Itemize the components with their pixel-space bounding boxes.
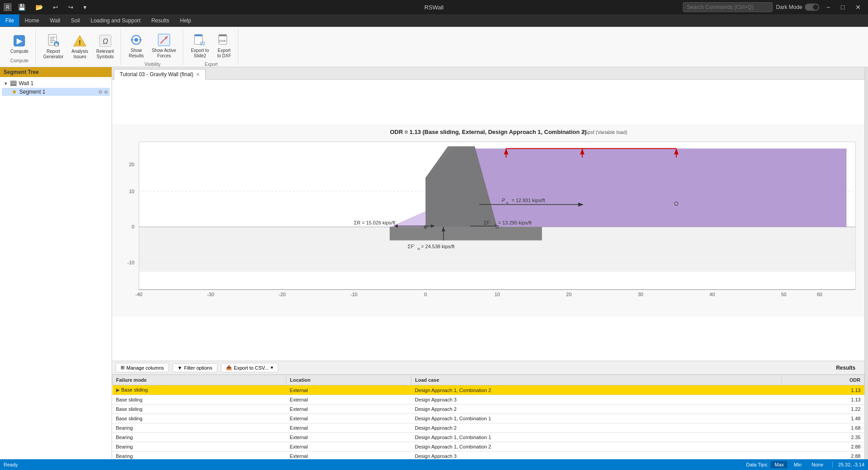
svg-text:-20: -20 xyxy=(279,292,286,297)
tab-label: Tutorial 03 - Gravity Wall (final) xyxy=(120,71,193,78)
close-button[interactable]: ✕ xyxy=(852,2,864,13)
svg-text:20: 20 xyxy=(129,162,134,167)
ribbon-group-report: 📋 ReportGenerator ! AnalysisIssues xyxy=(37,29,121,65)
table-row[interactable]: ▶Base slidingExternalDesign Approach 1, … xyxy=(112,385,864,395)
cell-location: External xyxy=(286,385,411,395)
col-odr[interactable]: ODR xyxy=(782,375,864,385)
resize-handle[interactable] xyxy=(864,67,868,459)
manage-columns-button[interactable]: ⊞ Manage columns xyxy=(116,363,169,372)
menu-soil[interactable]: Soil xyxy=(65,14,85,26)
dark-mode-toggle[interactable]: Dark Mode xyxy=(776,4,820,11)
statusbar-right: Data Tips: Max Min None 25.32, -3.14 xyxy=(746,461,864,468)
svg-text:ΣF: ΣF xyxy=(484,220,490,225)
tree-item-segment1[interactable]: ■ Segment 1 ⚙ ⊕ xyxy=(2,88,110,96)
show-results-label: ShowResults xyxy=(129,48,143,59)
save-button[interactable]: 💾 xyxy=(14,2,29,13)
table-row[interactable]: BearingExternalDesign Approach 32.88 xyxy=(112,452,864,460)
results-table: Failure mode Location Load case ODR ▶Bas… xyxy=(112,375,864,459)
table-row[interactable]: Base slidingExternalDesign Approach 31.1… xyxy=(112,395,864,405)
results-panel: ⊞ Manage columns ▼ Filter options 📤 Expo… xyxy=(112,361,864,459)
col-failure-mode[interactable]: Failure mode xyxy=(112,375,286,385)
report-generator-button[interactable]: 📋 ReportGenerator xyxy=(40,31,67,62)
svg-rect-6 xyxy=(50,42,53,43)
table-row[interactable]: BearingExternalDesign Approach 1, Combin… xyxy=(112,433,864,442)
export-csv-button[interactable]: 📤 Export to CSV... ▾ xyxy=(221,363,278,372)
analysis-issues-label: AnalysisIssues xyxy=(72,49,88,60)
cell-location: External xyxy=(286,452,411,460)
sidebar-header: Segment Tree xyxy=(0,67,112,77)
svg-rect-28 xyxy=(14,81,16,82)
menu-file[interactable]: File xyxy=(0,14,19,26)
svg-text:-30: -30 xyxy=(207,292,214,297)
compute-button[interactable]: ▶ Compute xyxy=(7,31,32,56)
table-row[interactable]: BearingExternalDesign Approach 21.68 xyxy=(112,423,864,433)
data-tips-none-button[interactable]: None xyxy=(808,461,827,468)
results-table-container[interactable]: Failure mode Location Load case ODR ▶Bas… xyxy=(112,375,864,459)
expand-arrow[interactable]: ▶ xyxy=(116,387,120,392)
cell-odr: 1.68 xyxy=(782,423,864,433)
toggle-knob xyxy=(813,4,818,10)
menu-home[interactable]: Home xyxy=(19,14,44,26)
export-csv-icon: 📤 xyxy=(226,365,232,371)
report-generator-label: ReportGenerator xyxy=(43,49,64,60)
export-csv-label: Export to CSV... xyxy=(234,365,269,371)
cell-load-case: Design Approach 3 xyxy=(411,395,782,405)
tree-item-wall1[interactable]: ▼ Wall 1 xyxy=(2,79,110,88)
data-tips-min-button[interactable]: Min xyxy=(790,461,805,468)
svg-text:40: 40 xyxy=(709,292,715,297)
table-header-row: Failure mode Location Load case ODR xyxy=(112,375,864,385)
svg-text:ΣR = 15.026 kips/ft: ΣR = 15.026 kips/ft xyxy=(354,220,396,225)
filter-options-button[interactable]: ▼ Filter options xyxy=(173,363,217,372)
menu-results[interactable]: Results xyxy=(146,14,175,26)
menubar: File Home Wall Soil Loading and Support … xyxy=(0,14,868,27)
cell-failure-mode: Bearing xyxy=(112,433,286,442)
statusbar: Ready Data Tips: Max Min None 25.32, -3.… xyxy=(0,459,868,470)
svg-rect-57 xyxy=(390,227,542,240)
data-tips-max-button[interactable]: Max xyxy=(771,461,787,468)
analysis-issues-button[interactable]: ! AnalysisIssues xyxy=(69,31,91,62)
show-active-forces-button[interactable]: Show ActiveForces xyxy=(149,30,179,61)
col-load-case[interactable]: Load case xyxy=(411,375,782,385)
tree-label-segment1: Segment 1 xyxy=(19,89,45,95)
menu-wall[interactable]: Wall xyxy=(44,14,65,26)
svg-text:60: 60 xyxy=(817,292,822,297)
ribbon-buttons-export: S2 Export toSlide2 DXF Exportto DXF xyxy=(188,30,234,61)
menu-help[interactable]: Help xyxy=(175,14,197,26)
sidebar: Segment Tree ▼ Wall 1 ■ Segment 1 ⚙ ⊕ xyxy=(0,67,112,459)
open-button[interactable]: 📂 xyxy=(32,2,47,13)
svg-text:0: 0 xyxy=(424,292,427,297)
analysis-issues-icon: ! xyxy=(73,34,87,48)
cell-failure-mode: Bearing xyxy=(112,423,286,433)
dark-mode-switch[interactable] xyxy=(805,4,819,11)
menu-loading[interactable]: Loading and Support xyxy=(85,14,146,26)
minimize-button[interactable]: − xyxy=(823,2,833,13)
search-input[interactable] xyxy=(683,2,773,12)
relevant-symbols-button[interactable]: Ω RelevantSymbols xyxy=(93,31,117,62)
export-dxf-label: Exportto DXF xyxy=(217,48,231,59)
cell-location: External xyxy=(286,442,411,452)
cell-location: External xyxy=(286,405,411,414)
svg-text:DXF: DXF xyxy=(219,39,226,43)
export-dxf-button[interactable]: DXF Exportto DXF xyxy=(214,30,234,61)
undo-button[interactable]: ↩ xyxy=(49,2,62,13)
dropdown-button[interactable]: ▾ xyxy=(80,2,90,13)
cell-failure-mode: Base sliding xyxy=(112,405,286,414)
status-divider xyxy=(832,461,833,468)
compute-label: Compute xyxy=(10,49,29,54)
redo-button[interactable]: ↪ xyxy=(65,2,77,13)
table-row[interactable]: Base slidingExternalDesign Approach 21.2… xyxy=(112,405,864,414)
table-row[interactable]: Base slidingExternalDesign Approach 1, C… xyxy=(112,414,864,423)
relevant-symbols-icon: Ω xyxy=(98,34,112,48)
compute-group-label: Compute xyxy=(10,57,29,63)
cell-load-case: Design Approach 1, Combination 1 xyxy=(411,433,782,442)
show-results-button[interactable]: ShowResults xyxy=(125,30,147,61)
tab-close-button[interactable]: ✕ xyxy=(196,72,200,78)
export-slide2-button[interactable]: S2 Export toSlide2 xyxy=(188,30,212,61)
tabbar: Tutorial 03 - Gravity Wall (final) ✕ xyxy=(112,67,864,80)
cell-location: External xyxy=(286,423,411,433)
maximize-button[interactable]: □ xyxy=(838,2,848,13)
table-row[interactable]: BearingExternalDesign Approach 1, Combin… xyxy=(112,442,864,452)
cell-odr: 2.35 xyxy=(782,433,864,442)
col-location[interactable]: Location xyxy=(286,375,411,385)
main-tab[interactable]: Tutorial 03 - Gravity Wall (final) ✕ xyxy=(114,69,206,80)
